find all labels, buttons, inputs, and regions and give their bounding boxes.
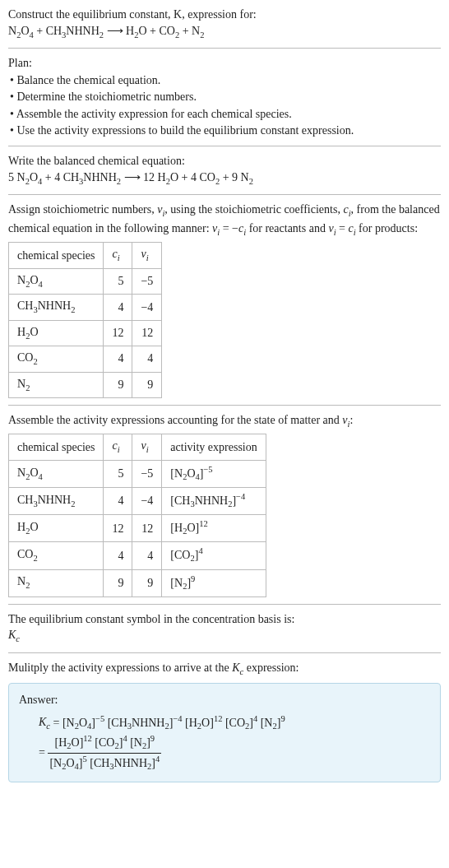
plan-block: Plan: • Balance the chemical equation. •…: [8, 55, 441, 139]
cell-ci: 12: [104, 515, 132, 542]
answer-line1: Kc = [N2O4]−5 [CH3NHNH2]−4 [H2O]12 [CO2]…: [39, 713, 430, 733]
cell-vi: 12: [132, 320, 162, 346]
cell-ci: 9: [104, 372, 132, 397]
cell-species: CO2: [9, 542, 104, 569]
cell-species: CH3NHNH2: [9, 488, 104, 515]
cell-species: H2O: [9, 320, 104, 346]
intro-equation: N2O4 + CH3NHNH2 ⟶ H2O + CO2 + N2: [8, 23, 441, 41]
cell-vi: −4: [132, 295, 162, 320]
divider: [8, 405, 441, 406]
answer-box: Answer: Kc = [N2O4]−5 [CH3NHNH2]−4 [H2O]…: [8, 683, 441, 782]
table-row: CO2 4 4 [CO2]4: [9, 542, 266, 569]
divider: [8, 48, 441, 49]
assemble-block: Assemble the activity expressions accoun…: [8, 412, 441, 597]
assign-block: Assign stoichiometric numbers, νi, using…: [8, 202, 441, 398]
cell-ci: 5: [104, 268, 132, 294]
col-activity: activity expression: [162, 434, 266, 460]
fraction: [H2O]12 [CO2]4 [N2]9 [N2O4]5 [CH3NHNH2]4: [48, 733, 161, 773]
col-vi: νi: [132, 434, 162, 460]
answer-label: Answer:: [19, 692, 430, 708]
plan-list: • Balance the chemical equation. • Deter…: [10, 72, 441, 139]
symbol-line1: The equilibrium constant symbol in the c…: [8, 611, 441, 628]
fraction-numerator: [H2O]12 [CO2]4 [N2]9: [48, 733, 161, 754]
symbol-block: The equilibrium constant symbol in the c…: [8, 611, 441, 646]
table-row: H2O 12 12 [H2O]12: [9, 515, 266, 542]
multiply-text: Mulitply the activity expressions to arr…: [8, 660, 441, 678]
multiply-block: Mulitply the activity expressions to arr…: [8, 660, 441, 678]
balanced-heading: Write the balanced chemical equation:: [8, 153, 441, 169]
cell-activity: [CH3NHNH2]−4: [162, 488, 266, 515]
balanced-equation: 5 N2O4 + 4 CH3NHNH2 ⟶ 12 H2O + 4 CO2 + 9…: [8, 169, 441, 188]
cell-ci: 9: [104, 569, 132, 596]
cell-vi: 12: [132, 515, 162, 542]
equals-sign: =: [39, 746, 45, 759]
cell-species: N2: [9, 372, 104, 397]
cell-species: N2O4: [9, 268, 104, 294]
activity-table: chemical species ci νi activity expressi…: [8, 434, 266, 596]
cell-vi: 4: [132, 542, 162, 569]
col-ci: ci: [104, 243, 132, 268]
plan-item: • Determine the stoichiometric numbers.: [10, 89, 441, 105]
cell-vi: 9: [132, 372, 162, 397]
plan-heading: Plan:: [8, 55, 441, 72]
cell-ci: 4: [104, 295, 132, 320]
table-row: N2 9 9: [9, 372, 162, 397]
col-ci: ci: [104, 434, 132, 460]
col-species: chemical species: [9, 434, 104, 460]
cell-vi: 9: [132, 569, 162, 596]
col-vi: νi: [132, 243, 162, 268]
plan-item: • Use the activity expressions to build …: [10, 123, 441, 139]
intro-block: Construct the equilibrium constant, K, e…: [8, 7, 441, 41]
table-header-row: chemical species ci νi activity expressi…: [9, 434, 266, 460]
intro-line1: Construct the equilibrium constant, K, e…: [8, 7, 441, 23]
cell-species: H2O: [9, 515, 104, 542]
cell-vi: −4: [132, 488, 162, 515]
table-row: N2 9 9 [N2]9: [9, 569, 266, 596]
table-row: CH3NHNH2 4 −4: [9, 295, 162, 320]
cell-ci: 12: [104, 320, 132, 346]
cell-species: N2: [9, 569, 104, 596]
cell-ci: 4: [104, 542, 132, 569]
stoich-table: chemical species ci νi N2O4 5 −5 CH3NHNH…: [8, 242, 162, 398]
cell-vi: −5: [132, 268, 162, 294]
cell-activity: [H2O]12: [162, 515, 266, 542]
cell-activity: [N2]9: [162, 569, 266, 596]
table-header-row: chemical species ci νi: [9, 243, 162, 268]
assemble-text: Assemble the activity expressions accoun…: [8, 412, 441, 430]
balanced-block: Write the balanced chemical equation: 5 …: [8, 153, 441, 188]
cell-species: N2O4: [9, 460, 104, 487]
cell-vi: 4: [132, 346, 162, 372]
divider: [8, 146, 441, 146]
cell-vi: −5: [132, 460, 162, 487]
symbol-kc: Kc: [8, 627, 441, 645]
divider: [8, 194, 441, 195]
plan-item: • Assemble the activity expression for e…: [10, 106, 441, 123]
cell-ci: 4: [104, 346, 132, 372]
divider: [8, 652, 441, 653]
table-row: H2O 12 12: [9, 320, 162, 346]
answer-line2: = [H2O]12 [CO2]4 [N2]9 [N2O4]5 [CH3NHNH2…: [39, 733, 430, 773]
col-species: chemical species: [9, 243, 104, 268]
fraction-denominator: [N2O4]5 [CH3NHNH2]4: [48, 754, 161, 773]
cell-species: CH3NHNH2: [9, 295, 104, 320]
plan-item: • Balance the chemical equation.: [10, 72, 441, 89]
table-row: N2O4 5 −5 [N2O4]−5: [9, 460, 266, 487]
cell-ci: 5: [104, 460, 132, 487]
table-row: CH3NHNH2 4 −4 [CH3NHNH2]−4: [9, 488, 266, 515]
divider: [8, 604, 441, 605]
assign-text: Assign stoichiometric numbers, νi, using…: [8, 202, 441, 239]
cell-activity: [N2O4]−5: [162, 460, 266, 487]
cell-activity: [CO2]4: [162, 542, 266, 569]
table-row: N2O4 5 −5: [9, 268, 162, 294]
table-row: CO2 4 4: [9, 346, 162, 372]
cell-ci: 4: [104, 488, 132, 515]
cell-species: CO2: [9, 346, 104, 372]
